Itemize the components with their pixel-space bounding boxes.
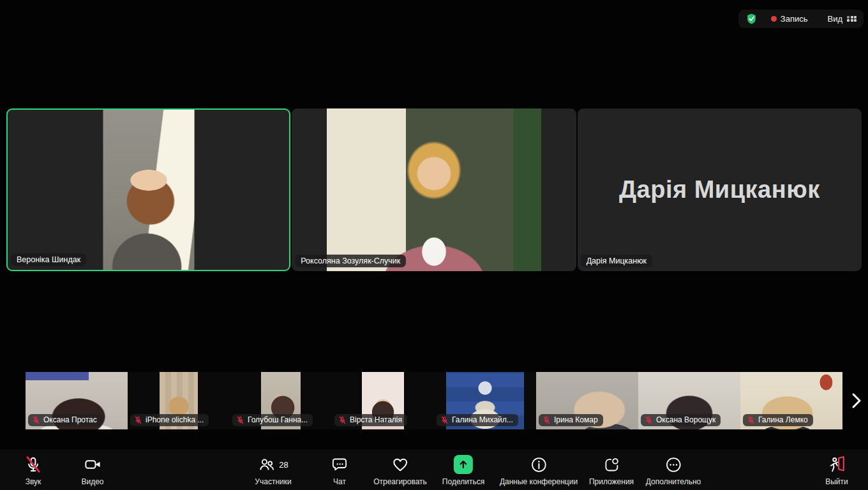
participants-filmstrip: Оксана Протас iPhone olichka ... Голубош…	[26, 372, 842, 429]
participant-name: Голубош Ганна...	[248, 415, 308, 424]
zoom-meeting-window: { "topbar": { "record_label": "Запись", …	[0, 0, 868, 490]
video-tile-veronika[interactable]: Вероніка Шиндак	[6, 108, 290, 271]
muted-mic-icon	[645, 416, 653, 424]
filmstrip-tile[interactable]: Ірина Комар	[536, 372, 638, 429]
video-label: Видео	[81, 478, 103, 486]
muted-mic-icon	[25, 456, 42, 473]
participant-video	[103, 110, 194, 270]
muted-mic-icon	[32, 416, 40, 424]
muted-mic-icon	[134, 416, 142, 424]
participant-name: Роксоляна Зозуляк-Случик	[301, 256, 400, 265]
participants-count: 28	[279, 460, 288, 470]
more-label: Дополнительно	[646, 478, 701, 486]
video-button[interactable]: Видео	[81, 455, 103, 486]
filmstrip-tile[interactable]: Галина Михайл...	[434, 372, 536, 429]
info-icon	[530, 456, 548, 473]
participant-name: Вероніка Шиндак	[17, 255, 80, 264]
participant-name: Галина Михайл...	[452, 415, 513, 424]
apps-label: Приложения	[589, 478, 634, 486]
participant-name-tag: Галина Михайл...	[437, 414, 518, 426]
recording-indicator[interactable]: Запись	[771, 14, 808, 24]
video-tile-dariya[interactable]: Дарія Мицканюк Дарія Мицканюк	[578, 108, 862, 271]
meeting-info-label: Данные конференции	[500, 478, 578, 486]
security-shield-icon[interactable]	[745, 13, 758, 25]
leave-label: Выйти	[825, 478, 848, 486]
meeting-toolbar: Звук Видео 28 Участники	[0, 450, 868, 490]
participant-name-tag: Голубош Ганна...	[232, 414, 313, 426]
chevron-right-icon	[851, 392, 862, 409]
participant-name: Дарія Мицканюк	[587, 256, 647, 265]
record-label: Запись	[781, 14, 808, 24]
react-button[interactable]: Отреагировать	[373, 455, 427, 486]
participants-icon	[258, 456, 275, 473]
audio-label: Звук	[26, 478, 41, 486]
filmstrip-tile[interactable]: iPhone olichka ...	[128, 372, 230, 429]
participant-name-tag: Дарія Мицканюк	[581, 255, 652, 267]
leave-button[interactable]: Выйти	[825, 455, 848, 486]
muted-mic-icon	[338, 416, 347, 424]
participant-video	[327, 108, 541, 271]
view-label: Вид	[827, 14, 842, 24]
main-video-grid: Вероніка Шиндак Роксоляна Зозуляк-Случик…	[6, 108, 862, 271]
filmstrip-tile[interactable]: Галина Лемко	[740, 372, 842, 429]
camera-icon	[84, 456, 101, 473]
meeting-info-button[interactable]: Данные конференции	[500, 455, 578, 486]
participant-name: Оксана Ворощук	[656, 415, 715, 424]
participant-name-tag: Оксана Ворощук	[641, 414, 721, 426]
participants-button[interactable]: 28 Участники	[255, 455, 291, 486]
muted-mic-icon	[542, 416, 551, 424]
share-icon	[454, 455, 473, 474]
apps-button[interactable]: Приложения	[589, 455, 634, 486]
muted-mic-icon	[236, 416, 244, 424]
participant-name-tag: Роксоляна Зозуляк-Случик	[295, 255, 406, 267]
video-tile-roksolyana[interactable]: Роксоляна Зозуляк-Случик	[292, 108, 576, 271]
heart-icon	[391, 456, 409, 473]
audio-button[interactable]: Звук	[25, 455, 42, 486]
participant-name: Оксана Протас	[43, 415, 97, 424]
chat-button[interactable]: Чат	[331, 455, 348, 486]
chat-label: Чат	[333, 478, 346, 486]
participant-name-tag: iPhone olichka ...	[130, 414, 209, 426]
participants-label: Участники	[255, 478, 291, 486]
participant-name: Галина Лемко	[758, 415, 808, 424]
participant-name: iPhone olichka ...	[146, 415, 204, 424]
participant-name-tag: Ірина Комар	[539, 414, 603, 426]
muted-mic-icon	[440, 416, 449, 424]
participant-name: Вірста Наталія	[350, 415, 402, 424]
record-dot-icon	[771, 16, 777, 22]
participant-name-tag: Оксана Протас	[28, 414, 102, 426]
filmstrip-tile[interactable]: Голубош Ганна...	[230, 372, 332, 429]
participant-display-name: Дарія Мицканюк	[578, 108, 862, 271]
gallery-view-icon	[847, 16, 857, 22]
next-participants-button[interactable]	[849, 390, 864, 411]
share-label: Поделиться	[442, 478, 484, 486]
participant-name: Ірина Комар	[554, 415, 598, 424]
participant-name-tag: Вероніка Шиндак	[11, 253, 86, 266]
react-label: Отреагировать	[373, 478, 427, 486]
filmstrip-tile[interactable]: Оксана Протас	[26, 372, 128, 429]
more-ellipsis-icon	[665, 456, 682, 473]
filmstrip-tile[interactable]: Вірста Наталія	[332, 372, 434, 429]
view-button[interactable]: Вид	[827, 14, 857, 24]
more-button[interactable]: Дополнительно	[646, 455, 701, 486]
filmstrip-tile[interactable]: Оксана Ворощук	[638, 372, 740, 429]
muted-mic-icon	[747, 416, 755, 424]
chat-icon	[331, 456, 348, 473]
leave-meeting-icon	[828, 456, 846, 473]
participant-name-tag: Галина Лемко	[743, 414, 813, 426]
meeting-topbar: Запись Вид	[738, 10, 864, 28]
participant-name-tag: Вірста Наталія	[334, 414, 407, 426]
share-screen-button[interactable]: Поделиться	[442, 455, 484, 486]
apps-icon	[603, 456, 620, 473]
